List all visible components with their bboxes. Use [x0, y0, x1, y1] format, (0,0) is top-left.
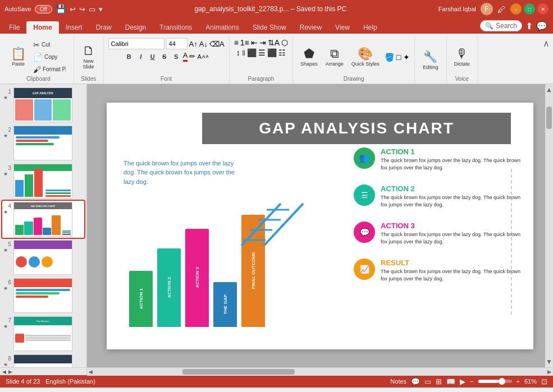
slide-thumb-4[interactable]: 4 ★ GAP ANALYSIS CHART	[2, 201, 84, 238]
redo-icon[interactable]: ↪	[79, 5, 85, 13]
more-icon[interactable]: ▾	[99, 5, 103, 13]
slide-text-area[interactable]: The quick brown fox jumps over the lazy …	[124, 159, 247, 187]
tab-review[interactable]: Review	[293, 21, 328, 34]
present-icon[interactable]: ▭	[89, 5, 95, 13]
align-right-icon[interactable]: ⬛	[267, 48, 277, 58]
tab-insert[interactable]: Insert	[59, 21, 89, 34]
editing-button[interactable]: 🔧 Editing	[419, 48, 442, 72]
justify-icon[interactable]: ☷	[278, 48, 286, 58]
undo-icon[interactable]: ↩	[70, 5, 76, 13]
notes-button[interactable]: Notes	[390, 378, 406, 385]
shape-fill-icon[interactable]: 🪣	[385, 53, 394, 62]
shapes-button[interactable]: ⬟ Shapes	[298, 46, 321, 68]
scroll-thumb-v[interactable]	[546, 107, 552, 129]
font-color-icon[interactable]: A	[183, 51, 188, 62]
highlight-icon[interactable]: ✏	[189, 52, 195, 61]
quick-styles-button[interactable]: 🎨 Quick Styles	[349, 46, 382, 68]
fit-slide-icon[interactable]: ⊡	[541, 377, 547, 386]
slide-thumb-3[interactable]: 3 ★	[2, 163, 84, 200]
slide-thumb-2[interactable]: 2 ★	[2, 124, 84, 162]
strikethrough-button[interactable]: S	[159, 52, 170, 62]
tab-slideshow[interactable]: Slide Show	[246, 21, 293, 34]
normal-view-icon[interactable]: ▭	[424, 377, 431, 386]
line-spacing-icon[interactable]: ↕	[236, 48, 240, 58]
pen-icon[interactable]: 🖊	[497, 4, 506, 14]
decrease-font-icon[interactable]: A↓	[199, 40, 208, 48]
slide-thumb-5[interactable]: 5 ★	[2, 239, 84, 276]
underline-button[interactable]: U	[148, 52, 158, 62]
collapse-ribbon-icon[interactable]: ∧	[543, 38, 550, 49]
autosave-toggle[interactable]: Off	[35, 5, 52, 13]
slide-thumb-6[interactable]: 6 ★	[2, 277, 84, 314]
close-button[interactable]: ✕	[537, 3, 549, 15]
shape-outline-icon[interactable]: □	[396, 53, 401, 62]
text-direction-icon[interactable]: ⇅A	[268, 38, 280, 47]
vertical-scrollbar[interactable]: ▲ ▼	[545, 84, 553, 367]
indent-dec-icon[interactable]: ⇤	[251, 38, 258, 47]
copy-button[interactable]: 📄Copy	[31, 52, 69, 63]
dictate-button[interactable]: 🎙 Dictate	[451, 46, 473, 68]
user-name: Farshad Iqbal	[438, 6, 476, 12]
slide-sorter-icon[interactable]: ⊞	[436, 377, 442, 386]
zoom-level[interactable]: 61%	[524, 378, 537, 385]
indent-inc-icon[interactable]: ⇥	[259, 38, 266, 47]
italic-button[interactable]: I	[136, 52, 146, 62]
comments-button[interactable]: 💬	[411, 377, 420, 386]
tab-transitions[interactable]: Transitions	[153, 21, 199, 34]
zoom-out-icon[interactable]: −	[470, 378, 473, 385]
numbering-icon[interactable]: 1≡	[240, 38, 249, 47]
align-left-icon[interactable]: ⬛	[247, 48, 257, 58]
tab-file[interactable]: File	[2, 21, 26, 34]
slide-thumb-1[interactable]: 1 ★ GAP ANALYSIS	[2, 86, 84, 123]
tab-view[interactable]: View	[328, 21, 357, 34]
maximize-button[interactable]: □	[524, 3, 535, 15]
presenter-view-icon[interactable]: ▶	[460, 377, 465, 386]
cut-button[interactable]: ✂Cut	[31, 39, 69, 50]
action1-text: ACTION 1 The quick brown fox jumps over …	[381, 147, 522, 172]
reading-view-icon[interactable]: 📖	[446, 377, 455, 386]
arrange-button[interactable]: ⧉ Arrange	[323, 46, 346, 68]
scroll-down-arrow[interactable]: ▼	[544, 356, 553, 367]
font-size-input[interactable]	[166, 38, 188, 49]
comments-icon[interactable]: 💬	[536, 21, 547, 31]
bullets-icon[interactable]: ≡	[234, 38, 239, 47]
scroll-right-panel[interactable]: ▶	[8, 369, 12, 375]
zoom-slider-thumb[interactable]	[499, 378, 505, 385]
horizontal-scrollbar[interactable]: ◀ ▶	[87, 368, 553, 376]
h-scroll-thumb[interactable]	[182, 369, 295, 375]
clear-format-icon[interactable]: ⌫A	[209, 40, 225, 48]
minimize-button[interactable]: –	[510, 3, 522, 15]
zoom-in-icon[interactable]: +	[517, 378, 520, 385]
font-name-input[interactable]	[108, 38, 164, 49]
paste-button[interactable]: 📋 Paste	[8, 46, 29, 68]
save-icon[interactable]: 💾	[56, 4, 66, 14]
slide-preview-1: GAP ANALYSIS	[13, 87, 72, 122]
h-scroll-right-arrow[interactable]: ▶	[546, 369, 553, 375]
tab-design[interactable]: Design	[118, 21, 153, 34]
action3-desc: The quick brown fox jumps over the lazy …	[381, 231, 522, 246]
shape-effects-icon[interactable]: ✦	[403, 53, 410, 62]
tab-draw[interactable]: Draw	[89, 21, 118, 34]
convert-smartart-icon[interactable]: ⬡	[281, 38, 288, 47]
action3-text: ACTION 3 The quick brown fox jumps over …	[381, 222, 522, 246]
format-painter-button[interactable]: 🖌Format P.	[31, 64, 69, 75]
tab-help[interactable]: Help	[357, 21, 384, 34]
action-item-2: ☰ ACTION 2 The quick brown fox jumps ove…	[354, 185, 522, 209]
increase-font-icon[interactable]: A↑	[189, 40, 198, 48]
scroll-up-arrow[interactable]: ▲	[544, 84, 553, 95]
zoom-slider[interactable]	[478, 380, 512, 383]
slide-thumb-7[interactable]: 7 ★ Gap Analysis	[2, 315, 84, 352]
shadow-button[interactable]: S	[171, 52, 181, 62]
slide-canvas[interactable]: GAP ANALYSIS CHART The quick brown fox j…	[107, 103, 533, 349]
bold-button[interactable]: B	[124, 52, 134, 62]
new-slide-button[interactable]: 🗋 New Slide	[79, 43, 99, 71]
columns-icon[interactable]: ⫴	[242, 48, 245, 58]
h-scroll-left-arrow[interactable]: ◀	[87, 369, 94, 375]
tab-home[interactable]: Home	[26, 21, 58, 34]
tab-animations[interactable]: Animations	[199, 21, 245, 34]
scroll-left-panel[interactable]: ◀	[2, 369, 6, 375]
share-icon[interactable]: ⬆	[525, 21, 533, 31]
align-center-icon[interactable]: ☰	[258, 48, 266, 58]
slide-thumb-8[interactable]: 8 ★	[2, 353, 84, 367]
search-box[interactable]: 🔍 Search	[480, 20, 522, 31]
